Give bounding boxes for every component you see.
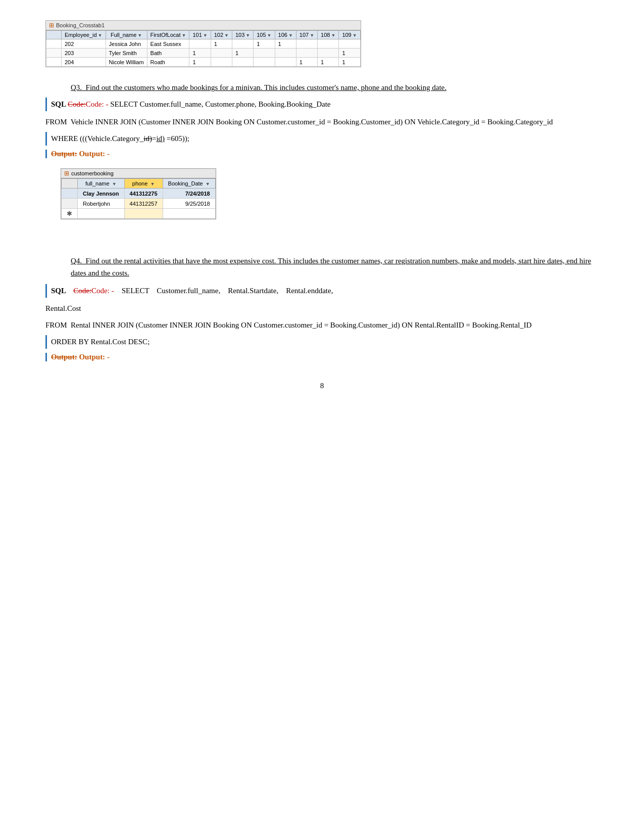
- section-spacer: [45, 229, 599, 250]
- row-selector: [46, 49, 62, 58]
- cell-106: 1: [275, 39, 296, 49]
- order-by-text: ORDER BY Rental.Cost DESC;: [51, 338, 150, 346]
- code-plain: Code:: [86, 100, 104, 108]
- cell-location: Roath: [147, 58, 189, 67]
- col-first-of-locat: FirstOfLocat▼: [147, 31, 189, 39]
- sql-label-q4: SQL: [51, 287, 71, 295]
- cell-108: 1: [318, 58, 339, 67]
- crosstab-title: Booking_Crosstab1: [56, 22, 105, 28]
- cell-103: [232, 39, 253, 49]
- db-icon: ⊞: [49, 22, 54, 29]
- col-101: 101▼: [189, 31, 211, 39]
- cell-phone: 441312275: [124, 189, 163, 199]
- row-selector: ✱: [62, 209, 78, 219]
- cell-105: [254, 58, 275, 67]
- customer-booking-table: full_name ▼ phone ▼ Booking_Date ▼ Clay …: [61, 178, 216, 219]
- where-text: WHERE (((Vehicle.Category_: [51, 134, 143, 143]
- crosstab-table: Employee_id▼ Full_name▼ FirstOfLocat▼ 10…: [46, 30, 361, 67]
- where-id-plain: id): [156, 134, 165, 143]
- cell-109: 1: [339, 49, 360, 58]
- cell-109: 1: [339, 58, 360, 67]
- cell-booking-date: 9/25/2018: [163, 199, 215, 209]
- cell-102: 1: [211, 39, 232, 49]
- table-row: 203 Tyler Smith Bath 1 1 1: [46, 49, 361, 58]
- cell-102: [211, 58, 232, 67]
- cell-employee-id: 204: [62, 58, 106, 67]
- output-label-plain: Output:: [77, 150, 105, 158]
- col-108: 108▼: [318, 31, 339, 39]
- cell-105: [254, 49, 275, 58]
- q3-heading-block: Q3. Find out the customers who made book…: [45, 81, 599, 94]
- q3-sql-block: SQL Code:Code: - SELECT Customer.full_na…: [45, 98, 599, 111]
- cell-107: [296, 49, 317, 58]
- code-plain-q4: Code:: [91, 287, 110, 295]
- sql-select-q4: SELECT Customer.full_name, Rental.Startd…: [116, 287, 333, 295]
- row-selector: [62, 199, 78, 209]
- cell-108: [318, 49, 339, 58]
- output-label-strike-q4: Output:: [51, 353, 77, 361]
- col-105: 105▼: [254, 31, 275, 39]
- cell-booking-date: [163, 209, 215, 219]
- q4-heading-block: Q4. Find out the rental activities that …: [45, 255, 599, 279]
- cell-106: [275, 49, 296, 58]
- code-dash: -: [106, 100, 110, 108]
- page-num-text: 8: [320, 382, 324, 390]
- col-103: 103▼: [232, 31, 253, 39]
- row-selector: [62, 189, 78, 199]
- cell-full-name: Tyler Smith: [106, 49, 147, 58]
- where-id-strike: id): [143, 134, 152, 143]
- table-row: Robertjohn 441312257 9/25/2018: [62, 199, 216, 209]
- output-dash: -: [107, 150, 110, 158]
- q4-heading: Q4. Find out the rental activities that …: [71, 257, 591, 277]
- col-booking-date: Booking_Date ▼: [163, 179, 215, 189]
- col-107: 107▼: [296, 31, 317, 39]
- cell-location: Bath: [147, 49, 189, 58]
- cell-108: [318, 39, 339, 49]
- col-102: 102▼: [211, 31, 232, 39]
- output-label-plain-q4: Output:: [77, 353, 105, 361]
- customer-booking-title-text: customerbooking: [71, 170, 114, 176]
- col-106: 106▼: [275, 31, 296, 39]
- table-row: 204 Nicole William Roath 1 1 1 1: [46, 58, 361, 67]
- row-selector-header: [46, 31, 62, 39]
- cell-employee-id: 202: [62, 39, 106, 49]
- output-label-strike: Output:: [51, 150, 77, 158]
- cell-103: 1: [232, 49, 253, 58]
- q3-from-line: FROM Vehicle INNER JOIN (Customer INNER …: [45, 115, 599, 129]
- cell-employee-id: 203: [62, 49, 106, 58]
- col-full-name: Full_name▼: [106, 31, 147, 39]
- crosstab-section: ⊞ Booking_Crosstab1 Employee_id▼ Full_na…: [45, 20, 599, 71]
- where-val: =605));: [165, 134, 189, 143]
- customer-booking-section: ⊞ customerbooking full_name ▼ phone ▼ Bo…: [56, 163, 599, 224]
- code-strike: Code:: [68, 100, 86, 108]
- cell-full-name: Jessica John: [106, 39, 147, 49]
- cell-105: 1: [254, 39, 275, 49]
- q4-rental-cost: Rental.Cost: [45, 302, 599, 315]
- cell-booking-date: 7/24/2018: [163, 189, 215, 199]
- cell-103: [232, 58, 253, 67]
- cell-109: [339, 39, 360, 49]
- q4-sql-block: SQL Code:Code: - SELECT Customer.full_na…: [45, 284, 599, 298]
- col-109: 109▼: [339, 31, 360, 39]
- page-number: 8: [45, 382, 599, 390]
- cell-full-name: Robertjohn: [78, 199, 125, 209]
- cell-location: East Sussex: [147, 39, 189, 49]
- cell-101: 1: [189, 49, 211, 58]
- cell-101: [189, 39, 211, 49]
- crosstab-window: ⊞ Booking_Crosstab1 Employee_id▼ Full_na…: [45, 20, 361, 67]
- q3-where-block: WHERE (((Vehicle.Category_id)=id) =605))…: [45, 132, 599, 146]
- table-row: 202 Jessica John East Sussex 1 1 1: [46, 39, 361, 49]
- row-selector: [46, 58, 62, 67]
- customer-booking-title: ⊞ customerbooking: [61, 169, 216, 178]
- row-selector: [46, 39, 62, 49]
- cell-101: 1: [189, 58, 211, 67]
- output-dash-q4: -: [107, 353, 110, 361]
- code-strike-q4: Code:: [73, 287, 91, 295]
- page-content: ⊞ Booking_Crosstab1 Employee_id▼ Full_na…: [45, 20, 599, 390]
- cell-phone: [124, 209, 163, 219]
- q3-heading: Q3. Find out the customers who made book…: [71, 83, 447, 91]
- q4-output-label-block: Output: Output: -: [45, 353, 599, 361]
- booking-icon: ⊞: [64, 170, 69, 177]
- col-employee-id: Employee_id▼: [62, 31, 106, 39]
- table-row-asterisk: ✱: [62, 209, 216, 219]
